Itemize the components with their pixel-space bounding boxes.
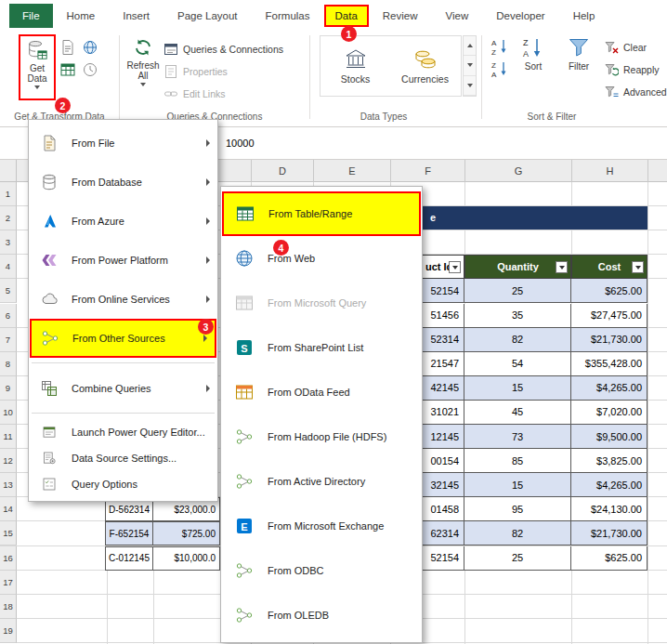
cell-quantity[interactable]: 15 [464, 376, 571, 401]
row-header[interactable]: 16 [0, 546, 17, 571]
menu-item-data-source-settings[interactable]: Data Source Settings... [29, 445, 217, 471]
tab-formulas[interactable]: Formulas [252, 5, 324, 27]
column-header-g[interactable]: G [464, 160, 571, 182]
properties-button[interactable]: Properties [163, 64, 228, 79]
menu-item-from-azure[interactable]: From Azure [29, 202, 217, 241]
row-header[interactable]: 18 [0, 595, 17, 619]
queries-connections-button[interactable]: Queries & Connections [163, 42, 283, 57]
cell-quantity[interactable]: 45 [464, 401, 571, 425]
cell-product-id[interactable]: F-652154 [105, 521, 153, 545]
column-header-e[interactable]: E [313, 160, 390, 182]
menu-item-combine-queries[interactable]: Combine Queries [29, 369, 217, 408]
submenu-item-from-table-range[interactable]: From Table/Range [222, 191, 421, 236]
cell-cost[interactable]: $27,475.00 [571, 304, 647, 328]
cell-cost[interactable]: $4,265.00 [571, 376, 647, 401]
cell-cost[interactable]: $725.00 [153, 521, 220, 545]
advanced-filter-button[interactable]: Advanced [604, 85, 667, 99]
filter-dropdown-button[interactable] [449, 261, 461, 273]
cell-cost[interactable]: $21,730.00 [571, 328, 647, 352]
gallery-scroll-down-button[interactable] [464, 56, 476, 75]
header-cell-quantity[interactable]: Quantity [464, 255, 571, 279]
sort-a-to-z-button[interactable]: AZ [490, 37, 509, 56]
row-header[interactable]: 3 [0, 230, 17, 255]
cell-quantity[interactable]: 85 [464, 449, 571, 473]
cell-cost[interactable]: $355,428.00 [571, 352, 647, 376]
filter-button[interactable]: Filter [557, 35, 600, 72]
row-header[interactable]: 5 [0, 279, 17, 303]
cell-quantity[interactable]: 54 [464, 352, 571, 376]
menu-item-from-file[interactable]: From File [29, 124, 217, 163]
menu-item-from-power-platform[interactable]: From Power Platform [29, 241, 217, 280]
tab-file[interactable]: File [9, 4, 53, 28]
submenu-item-from-oledb[interactable]: From OLEDB [221, 593, 422, 637]
column-header-d[interactable]: D [251, 160, 313, 182]
tab-data[interactable]: Data [324, 5, 369, 27]
tab-view[interactable]: View [432, 5, 483, 27]
row-header[interactable]: 8 [0, 352, 17, 376]
row-header[interactable]: 2 [0, 206, 17, 230]
cell-quantity[interactable]: 25 [464, 279, 571, 303]
edit-links-button[interactable]: Edit Links [163, 86, 226, 101]
cell-cost[interactable]: $9,500.00 [571, 425, 647, 449]
cell-cost[interactable]: $10,000.0 [153, 546, 220, 571]
cell-cost[interactable]: $21,730.00 [571, 521, 647, 545]
tab-insert[interactable]: Insert [109, 5, 163, 27]
select-all-corner[interactable] [0, 160, 17, 182]
refresh-all-button[interactable]: Refresh All [122, 36, 164, 86]
header-cell-cost[interactable]: Cost [571, 255, 647, 279]
cell-cost[interactable]: $3,825.00 [571, 449, 647, 473]
get-data-button[interactable]: Get Data [19, 34, 56, 100]
submenu-item-from-sharepoint-list[interactable]: S From SharePoint List [221, 325, 422, 370]
sort-button[interactable]: ZA Sort [513, 35, 554, 72]
column-header-f[interactable]: F [390, 160, 464, 182]
cell-cost[interactable]: $7,020.00 [571, 401, 647, 425]
submenu-item-from-odata-feed[interactable]: From OData Feed [221, 370, 422, 414]
cell-quantity[interactable]: 82 [464, 521, 571, 545]
sort-z-to-a-button[interactable]: ZA [490, 59, 509, 78]
recent-sources-icon[interactable] [82, 61, 98, 78]
from-text-csv-icon[interactable] [59, 39, 76, 56]
row-header[interactable]: 12 [0, 449, 17, 473]
tab-page-layout[interactable]: Page Layout [163, 5, 252, 27]
submenu-item-from-odbc[interactable]: From ODBC [221, 548, 422, 593]
from-web-icon[interactable] [82, 39, 98, 56]
row-header[interactable]: 7 [0, 328, 17, 352]
row-header[interactable]: 19 [0, 619, 17, 643]
filter-dropdown-button[interactable] [556, 261, 568, 273]
cell-product-id[interactable]: C-012145 [105, 546, 153, 571]
stocks-button[interactable]: Stocks [320, 36, 390, 96]
row-header[interactable]: 11 [0, 425, 17, 449]
row-header[interactable]: 14 [0, 497, 17, 521]
column-header-partial[interactable] [647, 160, 667, 182]
cell-cost[interactable]: $4,265.00 [571, 473, 647, 497]
menu-item-from-database[interactable]: From Database [29, 163, 217, 202]
row-header[interactable]: 17 [0, 571, 17, 595]
gallery-scroll-up-button[interactable] [464, 36, 476, 56]
row-header[interactable]: 10 [0, 401, 17, 425]
cell-quantity[interactable]: 35 [464, 304, 571, 328]
submenu-item-from-web[interactable]: From Web [221, 236, 422, 281]
column-header-h[interactable]: H [571, 160, 647, 182]
cell-cost[interactable]: $625.00 [571, 279, 647, 303]
menu-item-launch-power-query-editor[interactable]: Launch Power Query Editor... [29, 419, 217, 445]
cell-cost[interactable]: $24,130.00 [571, 497, 647, 521]
currencies-button[interactable]: Currencies [390, 36, 460, 96]
row-header[interactable]: 9 [0, 376, 17, 401]
tab-home[interactable]: Home [53, 5, 110, 27]
menu-item-from-other-sources[interactable]: From Other Sources [30, 319, 216, 358]
submenu-item-from-microsoft-query[interactable]: From Microsoft Query [221, 281, 422, 325]
cell-quantity[interactable]: 25 [464, 546, 571, 571]
submenu-item-from-microsoft-exchange[interactable]: E From Microsoft Exchange [221, 504, 422, 548]
cell-quantity[interactable]: 15 [464, 473, 571, 497]
row-header[interactable]: 1 [0, 182, 17, 206]
tab-review[interactable]: Review [369, 5, 432, 27]
cell-quantity[interactable]: 95 [464, 497, 571, 521]
reapply-filter-button[interactable]: Reapply [604, 62, 660, 77]
gallery-more-button[interactable] [464, 76, 476, 96]
filter-dropdown-button[interactable] [632, 261, 644, 273]
menu-item-query-options[interactable]: Query Options [29, 471, 217, 497]
tab-help[interactable]: Help [559, 5, 609, 27]
cell-quantity[interactable]: 82 [464, 328, 571, 352]
tab-developer[interactable]: Developer [482, 5, 558, 27]
cell-quantity[interactable]: 73 [464, 425, 571, 449]
